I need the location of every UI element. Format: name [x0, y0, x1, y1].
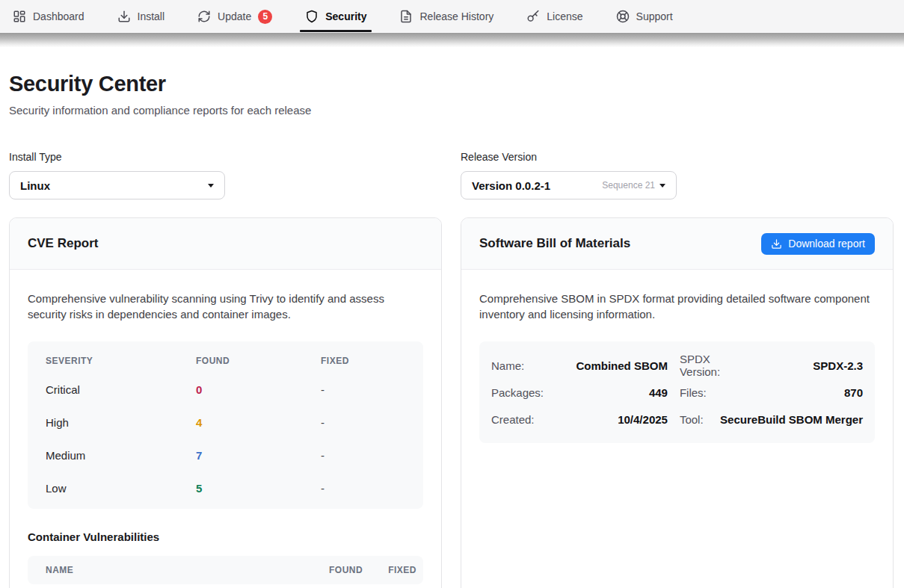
found-count: 0 — [196, 383, 321, 396]
nav-scroll-shadow — [0, 33, 904, 47]
cve-report-body: Comprehensive vulnerability scanning usi… — [10, 270, 441, 588]
update-count-badge: 5 — [258, 10, 272, 24]
filters-row: Install Type Linux Release Version Versi… — [9, 151, 894, 199]
severity-row-high: High 4 - — [28, 406, 423, 439]
cve-report-title: CVE Report — [28, 236, 98, 251]
sbom-header: Software Bill of Materials Download repo… — [461, 218, 893, 270]
nav-label: License — [547, 10, 582, 22]
severity-label: Medium — [46, 449, 196, 462]
sbom-detail-value: 10/4/2025 — [544, 406, 668, 433]
shield-icon — [305, 10, 319, 23]
refresh-icon — [197, 10, 211, 23]
sbom-details-left-column: Name: Combined SBOM Packages: 449 Create… — [491, 352, 668, 433]
top-nav: Dashboard Install Update 5 Security Rele… — [0, 0, 904, 33]
nav-label: Update — [218, 10, 251, 22]
cve-report-description: Comprehensive vulnerability scanning usi… — [28, 291, 423, 322]
column-header-found: Found — [196, 356, 321, 366]
nav-item-security[interactable]: Security — [305, 0, 366, 33]
cve-report-header: CVE Report — [10, 218, 441, 270]
lifebuoy-icon — [616, 10, 630, 23]
nav-label: Support — [636, 10, 673, 22]
release-version-filter: Release Version Version 0.0.2-1 Sequence… — [461, 151, 894, 199]
column-header-fixed: Fixed — [388, 565, 416, 575]
fixed-count: - — [321, 383, 405, 396]
found-count: 7 — [196, 449, 321, 462]
sbom-details-right-column: SPDX Version: SPDX-2.3 Files: 870 Tool: … — [680, 352, 863, 433]
dashboard-grid-icon — [13, 10, 26, 23]
release-version-sequence: Sequence 21 — [602, 180, 665, 191]
sbom-detail-label: SPDX Version: — [680, 352, 720, 379]
release-version-value: Version 0.0.2-1 — [472, 179, 550, 192]
install-type-filter: Install Type Linux — [9, 151, 442, 199]
download-icon — [771, 238, 782, 250]
column-header-name: Name — [46, 565, 304, 575]
release-version-label: Release Version — [461, 151, 894, 163]
container-vulnerabilities-title: Container Vulnerabilities — [28, 530, 423, 543]
severity-table-header: Severity Found Fixed — [28, 341, 423, 373]
sbom-description: Comprehensive SBOM in SPDX format provid… — [479, 291, 875, 322]
sbom-body: Comprehensive SBOM in SPDX format provid… — [461, 270, 893, 461]
nav-item-release-history[interactable]: Release History — [399, 0, 493, 33]
sbom-detail-value: 870 — [720, 379, 863, 406]
column-header-fixed: Fixed — [321, 356, 405, 366]
key-icon — [526, 10, 540, 23]
severity-row-low: Low 5 - — [28, 471, 423, 504]
severity-label: Critical — [46, 383, 196, 396]
nav-item-support[interactable]: Support — [616, 0, 673, 33]
cve-report-card: CVE Report Comprehensive vulnerability s… — [9, 217, 442, 588]
nav-item-update[interactable]: Update 5 — [197, 0, 272, 33]
sbom-detail-value: SPDX-2.3 — [720, 352, 863, 379]
report-cards: CVE Report Comprehensive vulnerability s… — [9, 217, 894, 588]
document-icon — [399, 10, 413, 23]
nav-item-install[interactable]: Install — [117, 0, 165, 33]
found-count: 4 — [196, 416, 321, 429]
severity-row-critical: Critical 0 - — [28, 373, 423, 406]
sbom-detail-label: Name: — [491, 352, 544, 379]
page-subtitle: Security information and compliance repo… — [9, 104, 894, 117]
fixed-count: - — [321, 416, 405, 429]
install-type-select[interactable]: Linux — [9, 171, 225, 199]
sequence-text: Sequence 21 — [602, 180, 655, 191]
chevron-down-icon — [659, 184, 665, 188]
severity-row-medium: Medium 7 - — [28, 439, 423, 471]
sbom-card: Software Bill of Materials Download repo… — [461, 217, 894, 588]
sbom-detail-value: Combined SBOM — [544, 352, 668, 379]
nav-label: Release History — [419, 10, 493, 22]
sbom-details: Name: Combined SBOM Packages: 449 Create… — [479, 341, 875, 443]
container-vulnerabilities-table: Name Found Fixed — [28, 556, 423, 584]
sbom-title: Software Bill of Materials — [479, 236, 630, 251]
sbom-detail-value: 449 — [544, 379, 668, 406]
severity-table: Severity Found Fixed Critical 0 - High 4… — [28, 341, 423, 509]
found-count: 5 — [196, 482, 321, 495]
container-vulnerabilities-header: Name Found Fixed — [28, 556, 423, 584]
fixed-count: - — [321, 482, 405, 495]
column-header-found: Found — [329, 565, 363, 575]
install-type-label: Install Type — [9, 151, 442, 163]
page-title: Security Center — [9, 72, 894, 96]
sbom-detail-label: Files: — [680, 379, 720, 406]
nav-label: Security — [325, 10, 366, 22]
download-report-button[interactable]: Download report — [761, 233, 875, 255]
download-icon — [117, 10, 131, 23]
security-center-page: Security Center Security information and… — [0, 72, 904, 588]
chevron-down-icon — [208, 184, 214, 188]
severity-label: Low — [46, 482, 196, 495]
install-type-value: Linux — [20, 179, 50, 192]
sbom-detail-label: Tool: — [680, 406, 720, 433]
nav-label: Install — [138, 10, 165, 22]
sbom-detail-label: Created: — [491, 406, 544, 433]
column-header-severity: Severity — [46, 356, 196, 366]
fixed-count: - — [321, 449, 405, 462]
sbom-detail-label: Packages: — [491, 379, 544, 406]
release-version-select[interactable]: Version 0.0.2-1 Sequence 21 — [461, 171, 677, 199]
nav-item-license[interactable]: License — [526, 0, 582, 33]
sbom-detail-value: SecureBuild SBOM Merger — [720, 406, 863, 433]
nav-item-dashboard[interactable]: Dashboard — [13, 0, 84, 33]
severity-label: High — [46, 416, 196, 429]
nav-label: Dashboard — [33, 10, 84, 22]
download-report-label: Download report — [788, 238, 865, 250]
